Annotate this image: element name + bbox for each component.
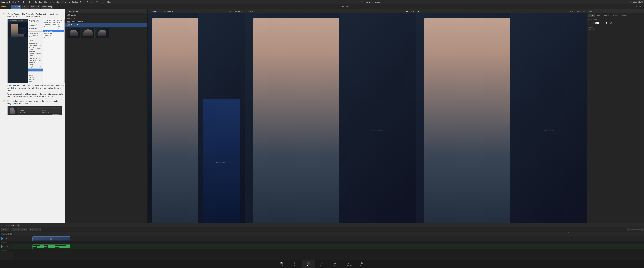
track-v1-label: V1 (2, 238, 4, 239)
step9-note1: Playing the clip from the In point to th… (8, 84, 64, 92)
sound-library-btn[interactable]: Sound Library (40, 5, 53, 8)
edit-index-btn[interactable]: Edit Index (30, 5, 40, 8)
tl-btn-redo[interactable]: ↪ (5, 228, 9, 231)
ctx-fast-reverse: Fast Reverse0 J (28, 57, 42, 59)
menu-color[interactable]: Color (80, 1, 84, 3)
clip-label-1: 81_shoot_the_real... (67, 36, 80, 38)
clip-img-3 (96, 28, 109, 36)
tl-btn-undo[interactable]: ↩ (1, 228, 5, 231)
folder-icon-master (68, 14, 70, 16)
bin-audio[interactable]: Audio (66, 17, 148, 20)
step9-note2: When you are ready to add your first cli… (8, 93, 64, 98)
inspector-timecode: 01:00:00:00 (588, 21, 643, 25)
ctx-play-all: Play All (28, 64, 42, 66)
ctx-next: Next (28, 81, 42, 83)
source-zoom[interactable]: 90% (229, 10, 232, 12)
viewer-tab-label[interactable]: Interview (342, 6, 349, 7)
inspector-label: Inspector (636, 6, 643, 7)
inspector-tab-video[interactable]: Video (588, 14, 595, 17)
menu-timeline[interactable]: Timeline (35, 1, 42, 3)
track-v1-link[interactable] (5, 242, 8, 243)
ctx-sub-play-around-current-clip: Play Around Current Clip (43, 24, 64, 26)
program-zoom[interactable]: 89% (570, 10, 573, 12)
source-viewer-header: 81_shoot_the_real_world.mov ▾ 90% 1:00:0… (148, 9, 245, 13)
tl-zoom-out[interactable]: - (626, 228, 630, 231)
inspector-tab-effects[interactable]: Effects (602, 14, 610, 17)
source-clip-name[interactable]: 81_shoot_the_real_world.mov ▾ (149, 10, 173, 12)
bin-ending-credits[interactable]: Ending Credits (66, 20, 148, 23)
nav-edit[interactable]: ⬛ Edit (302, 260, 315, 268)
overlay-fit-fill: ↔ Fit to Fill (40, 109, 61, 111)
tl-btn-dynamic[interactable]: ◇ (19, 228, 23, 231)
track-v1-name: Video 1 (5, 238, 10, 239)
nav-fairlight-label: Fairlight (346, 265, 352, 267)
nav-fusion[interactable]: ◈ Fusion (315, 260, 329, 268)
track-a1-controls (0, 249, 13, 252)
clip-thumb-2[interactable]: 01_possible_to_sh... (81, 28, 94, 38)
tl-btn-select[interactable]: ▲ (11, 228, 14, 231)
clip-thumb-3[interactable]: 01_or_it_didn_t_ma... (96, 28, 109, 38)
bin-master[interactable]: Master (66, 13, 148, 17)
app-name[interactable]: DaVinci Resolve (1, 1, 16, 3)
nav-deliver[interactable]: ▶ Deliver (356, 260, 369, 268)
menu-edit[interactable]: Edit (23, 1, 26, 3)
menu-mark[interactable]: Mark (50, 1, 54, 3)
track-label-v1: V1 Video 1 (0, 236, 13, 241)
inspector-panel: Inspector Video Audio Effects Transition… (587, 9, 644, 260)
toolbar: Media Pool Effects Edit Index Sound Libr… (0, 4, 644, 9)
video-clip-1[interactable] (32, 236, 70, 241)
inspector-tabs: Video Audio Effects Transition Image (587, 13, 644, 18)
tl-btn-flag[interactable]: ⚑ (33, 228, 36, 231)
media-pool-title: Media Pool (69, 10, 78, 12)
track-v1-eye[interactable] (3, 242, 5, 243)
ctx-sub-play-around-current-frame: Play Around Current Frame (43, 21, 64, 24)
inspector-tab-transition[interactable]: Transition (610, 14, 620, 17)
nav-cut[interactable]: ✂ Cut (288, 260, 302, 268)
nav-media[interactable]: 🎬 Media (275, 260, 288, 268)
menu-clip[interactable]: Clip (44, 1, 47, 3)
in-out-bar (14, 236, 644, 236)
menu-fairlight[interactable]: Fairlight (87, 1, 94, 3)
menu-file[interactable]: File (18, 1, 21, 3)
wf-9 (62, 246, 66, 248)
ctx-delete-render: Delete Render Cache (28, 34, 42, 38)
clip-img-1 (67, 28, 80, 36)
menu-playback[interactable]: Playback (62, 1, 70, 3)
nav-fairlight[interactable]: ♪ Fairlight (342, 260, 356, 268)
ctx-play-around-in: Play Around In (28, 69, 42, 71)
track-a1-mute[interactable] (1, 250, 3, 252)
media-pool-btn[interactable]: Media Pool (10, 5, 21, 8)
timeline-add-track-btn[interactable]: + (17, 224, 20, 227)
inspector-tab-audio[interactable]: Audio (595, 14, 602, 17)
inspector-tab-image[interactable]: Image (620, 14, 628, 17)
audio-clip-1[interactable] (32, 244, 70, 249)
ctx-pause-start: Pause/Start PlaybackSpace (28, 47, 42, 50)
clip-thumb-1[interactable]: 81_shoot_the_real... (67, 28, 80, 38)
menu-workspace[interactable]: Workspace (96, 1, 105, 3)
tl-btn-snap[interactable]: ⊞ (29, 228, 32, 231)
tl-btn-trim[interactable]: ⇔ (15, 228, 18, 231)
tl-zoom-slider[interactable] (630, 230, 639, 230)
bin-rough-cuts[interactable]: Rough Cuts (66, 23, 148, 27)
track-v1-lock[interactable] (1, 242, 3, 243)
ruler-mark-8: 01:02:56:00 (502, 234, 509, 236)
menu-view[interactable]: View (56, 1, 60, 3)
track-a1-lock2[interactable] (5, 250, 8, 252)
program-title[interactable]: First Rough Cut ▾ (405, 10, 419, 12)
tl-btn-audio-levels[interactable]: ♬ (37, 228, 40, 231)
track-v1-controls (0, 241, 13, 244)
menu-trim[interactable]: Trim (29, 1, 32, 3)
timeline-title[interactable]: First Rough Cut ▾ (1, 224, 16, 227)
timeline-tracks-area[interactable]: 01:00:22:00 01:00:44:00 01:01:06:00 01:0… (14, 232, 644, 260)
menu-help[interactable]: Help (107, 1, 111, 3)
track-a1-solo[interactable] (3, 250, 5, 252)
nav-color[interactable]: ◉ Color (329, 260, 342, 268)
ctx-render-cache: Render Cache (28, 32, 42, 34)
menu-fusion[interactable]: Fusion (72, 1, 78, 3)
ctx-sub-play-around-current-sel: Play Around Current Selection (43, 19, 64, 21)
effects-btn[interactable]: Effects (22, 5, 29, 8)
nav-fusion-label: Fusion (320, 265, 324, 267)
tl-zoom-in[interactable]: + (639, 228, 643, 231)
ctx-loop: Loop/Unloop/L (28, 66, 42, 68)
tl-btn-blade[interactable]: ✂ (23, 228, 27, 231)
